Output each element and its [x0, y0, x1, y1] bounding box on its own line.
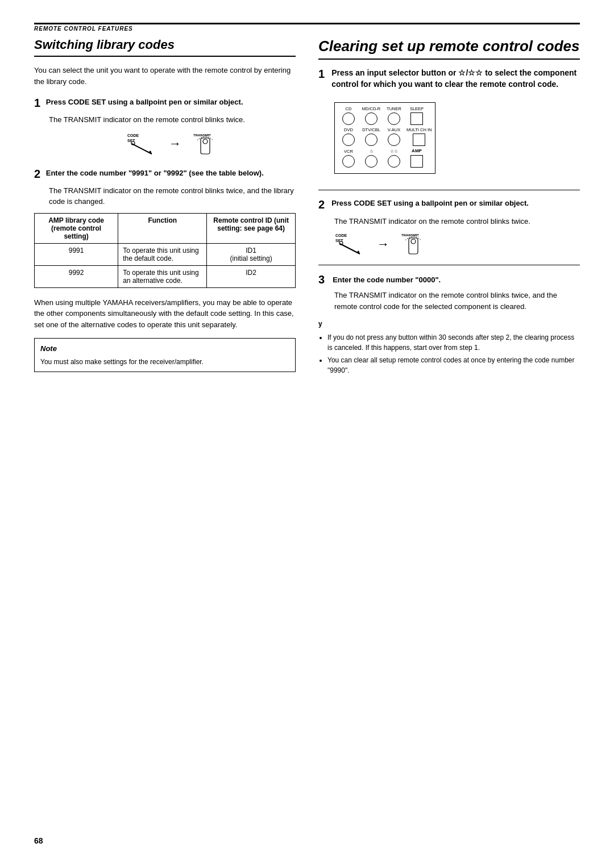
left-step2-heading-text: Enter the code number "9991" or "9992" (… — [46, 169, 264, 177]
btn-vcr: VCR — [338, 149, 359, 168]
svg-point-7 — [203, 139, 208, 144]
btn-amp-square — [410, 155, 423, 168]
table-col3-header: Remote control ID (unit setting: see pag… — [207, 213, 296, 243]
left-step1-heading: 1 Press CODE SET using a ballpoint pen o… — [34, 95, 296, 111]
btn-v-aux: V-AUX — [384, 127, 404, 146]
left-column: Switching library codes You can select t… — [34, 37, 296, 379]
table-row: 9992 To operate this unit using an alter… — [35, 265, 296, 287]
button-row-3: VCR ☆ ☆☆ AM — [338, 148, 432, 168]
table-col1-header: AMP library code (remote control setting… — [35, 213, 118, 243]
btn-star2-label: ☆☆ — [390, 149, 398, 154]
amp-library-table: AMP library code (remote control setting… — [34, 213, 296, 288]
btn-dtv: DTV/CBL — [361, 127, 381, 146]
right-step1-number: 1 — [318, 68, 325, 81]
section-label: REMOTE CONTROL FEATURES — [34, 26, 580, 32]
note-text: You must also make settings for the rece… — [40, 357, 289, 367]
right-step2-heading-text: Press CODE SET using a ballpoint pen or … — [331, 198, 580, 208]
btn-tuner-circle — [388, 112, 400, 125]
button-row-2: DVD DTV/CBL V-AUX — [338, 127, 432, 146]
left-intro: You can select the unit you want to oper… — [34, 65, 296, 87]
table-id-value-1: ID1 — [246, 247, 256, 254]
button-grid: CD MD/CD-R TUNER — [334, 102, 435, 174]
arrow-icon-left: → — [169, 136, 181, 151]
svg-text:CODE: CODE — [127, 133, 139, 137]
table-cell-id-1: ID1 (initial setting) — [207, 243, 296, 265]
page: REMOTE CONTROL FEATURES Switching librar… — [0, 0, 614, 868]
table-cell-function-2: To operate this unit using an alternativ… — [118, 265, 207, 287]
left-step1-heading-text: Press CODE SET using a ballpoint pen or … — [46, 98, 243, 107]
bullet-item-2: You can clear all setup remote control c… — [327, 355, 580, 375]
right-step2-number: 2 — [318, 198, 325, 211]
btn-cd-circle — [342, 112, 355, 125]
note-title: Note — [40, 343, 289, 354]
left-step2: 2 Enter the code number "9991" or "9992"… — [34, 166, 296, 288]
btn-star1-circle — [365, 155, 377, 168]
btn-cd: CD — [338, 106, 359, 125]
svg-line-2 — [132, 144, 152, 154]
page-number: 68 — [34, 836, 43, 845]
btn-amp: AMP — [406, 148, 427, 168]
btn-dtv-label: DTV/CBL — [362, 127, 380, 132]
note-box: Note You must also make settings for the… — [34, 338, 296, 372]
svg-line-10 — [340, 244, 360, 254]
table-cell-code-1: 9991 — [35, 243, 118, 265]
btn-vcr-label: VCR — [344, 149, 353, 154]
left-step2-body: The TRANSMIT indicator on the remote con… — [49, 185, 296, 207]
divider-3 — [318, 265, 580, 265]
btn-multi-label: MULTI CH IN — [406, 127, 432, 132]
left-step1-body: The TRANSMIT indicator on the remote con… — [49, 114, 296, 126]
transmit-indicator-icon: TRANSMIT — [193, 131, 218, 157]
btn-star2-circle — [388, 155, 400, 168]
btn-md-label: MD/CD-R — [362, 106, 381, 111]
svg-rect-14 — [409, 238, 418, 254]
table-cell-function-1: To operate this unit using the default c… — [118, 243, 207, 265]
top-rule — [34, 23, 580, 24]
right-step2-body: The TRANSMIT indicator on the remote con… — [334, 216, 580, 227]
right-column: Clearing set up remote control codes 1 P… — [318, 37, 580, 379]
divider-2 — [318, 190, 580, 190]
table-id-note-1: (initial setting) — [230, 254, 272, 262]
btn-tuner: TUNER — [384, 106, 404, 125]
btn-dvd-circle — [342, 133, 355, 146]
svg-text:TRANSMIT: TRANSMIT — [193, 133, 211, 137]
right-step3-heading-wrap: 3 Enter the code number "0000". — [318, 273, 580, 286]
button-grid-wrap: CD MD/CD-R TUNER — [334, 98, 580, 182]
right-step1: 1 Press an input selector button or ☆/☆☆… — [318, 68, 580, 182]
btn-v-aux-label: V-AUX — [388, 127, 401, 132]
right-step1-heading-text: Press an input selector button or ☆/☆☆ t… — [331, 68, 580, 90]
two-column-layout: Switching library codes You can select t… — [34, 37, 580, 379]
svg-text:TRANSMIT: TRANSMIT — [401, 233, 419, 237]
right-step2: 2 Press CODE SET using a ballpoint pen o… — [318, 190, 580, 257]
svg-text:CODE: CODE — [335, 233, 347, 237]
svg-rect-6 — [201, 138, 210, 154]
btn-sleep-label: SLEEP — [410, 106, 424, 111]
right-step2-heading-wrap: 2 Press CODE SET using a ballpoint pen o… — [318, 198, 580, 211]
right-step3: 3 Enter the code number "0000". The TRAN… — [318, 265, 580, 312]
btn-cd-label: CD — [346, 106, 352, 111]
left-section-title: Switching library codes — [34, 37, 296, 57]
left-step1: 1 Press CODE SET using a ballpoint pen o… — [34, 95, 296, 157]
left-step1-number: 1 — [34, 97, 40, 109]
btn-sleep-square — [410, 112, 423, 125]
table-col2-header: Function — [118, 213, 207, 243]
btn-star1: ☆ — [361, 149, 381, 168]
button-row-1: CD MD/CD-R TUNER — [338, 106, 432, 125]
left-step2-number: 2 — [34, 168, 40, 180]
right-step3-heading-text: Enter the code number "0000". — [333, 275, 441, 285]
left-step2-heading: 2 Enter the code number "9991" or "9992"… — [34, 166, 296, 182]
right-arrow-icon: → — [377, 237, 389, 252]
bullet-item-1: If you do not press any button within 30… — [327, 332, 580, 353]
btn-dvd: DVD — [338, 127, 359, 146]
svg-point-15 — [411, 239, 416, 244]
btn-tuner-label: TUNER — [387, 106, 401, 111]
btn-vcr-circle — [342, 155, 355, 168]
y-marker: y — [318, 320, 580, 328]
left-step1-illustration: CODE SET → TRANSMIT — [49, 131, 296, 157]
right-section-title: Clearing set up remote control codes — [318, 37, 580, 60]
btn-star1-label: ☆ — [370, 149, 374, 154]
table-cell-id-2: ID2 — [207, 265, 296, 287]
left-after-table-text: When using multiple YAMAHA receivers/amp… — [34, 297, 296, 331]
table-row: 9991 To operate this unit using the defa… — [35, 243, 296, 265]
btn-v-aux-circle — [388, 133, 400, 146]
bullet-list: If you do not press any button within 30… — [327, 332, 580, 375]
